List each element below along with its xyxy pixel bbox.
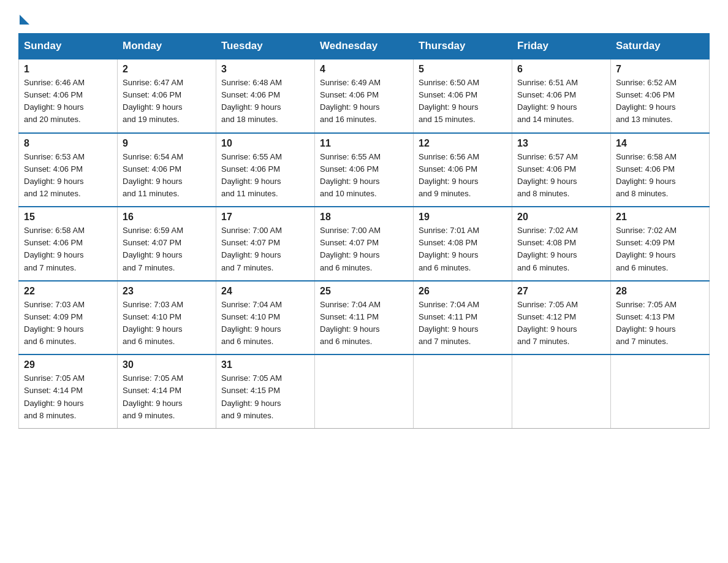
- calendar-cell: 13Sunrise: 6:57 AMSunset: 4:06 PMDayligh…: [512, 133, 611, 207]
- calendar-cell: 25Sunrise: 7:04 AMSunset: 4:11 PMDayligh…: [315, 281, 414, 355]
- day-info: Sunrise: 7:05 AMSunset: 4:14 PMDaylight:…: [24, 373, 85, 419]
- calendar-cell: 2Sunrise: 6:47 AMSunset: 4:06 PMDaylight…: [118, 59, 216, 133]
- calendar-cell: 24Sunrise: 7:04 AMSunset: 4:10 PMDayligh…: [216, 281, 315, 355]
- calendar-cell: 27Sunrise: 7:05 AMSunset: 4:12 PMDayligh…: [512, 281, 611, 355]
- day-info: Sunrise: 7:02 AMSunset: 4:09 PMDaylight:…: [616, 226, 677, 272]
- day-number: 4: [320, 64, 408, 75]
- calendar-cell: 30Sunrise: 7:05 AMSunset: 4:14 PMDayligh…: [118, 354, 216, 428]
- day-number: 7: [616, 64, 704, 75]
- weekday-header-saturday: Saturday: [611, 34, 710, 59]
- calendar-cell: 4Sunrise: 6:49 AMSunset: 4:06 PMDaylight…: [315, 59, 414, 133]
- day-number: 10: [221, 138, 309, 149]
- day-info: Sunrise: 7:05 AMSunset: 4:14 PMDaylight:…: [123, 373, 183, 419]
- day-number: 8: [24, 138, 112, 149]
- day-number: 6: [517, 64, 605, 75]
- calendar-cell: 18Sunrise: 7:00 AMSunset: 4:07 PMDayligh…: [315, 207, 414, 281]
- day-number: 22: [24, 286, 112, 297]
- calendar-header: SundayMondayTuesdayWednesdayThursdayFrid…: [19, 34, 710, 59]
- calendar-cell: 1Sunrise: 6:46 AMSunset: 4:06 PMDaylight…: [19, 59, 118, 133]
- day-number: 25: [320, 286, 408, 297]
- day-info: Sunrise: 6:47 AMSunset: 4:06 PMDaylight:…: [123, 78, 183, 124]
- day-number: 23: [123, 286, 211, 297]
- day-number: 15: [24, 212, 112, 223]
- calendar-week-3: 15Sunrise: 6:58 AMSunset: 4:06 PMDayligh…: [19, 207, 710, 281]
- day-number: 2: [123, 64, 211, 75]
- day-number: 3: [221, 64, 309, 75]
- day-number: 26: [419, 286, 507, 297]
- day-number: 13: [517, 138, 605, 149]
- calendar-cell: 16Sunrise: 6:59 AMSunset: 4:07 PMDayligh…: [118, 207, 216, 281]
- day-info: Sunrise: 7:03 AMSunset: 4:09 PMDaylight:…: [24, 300, 85, 346]
- calendar-cell: [315, 354, 414, 428]
- day-info: Sunrise: 7:02 AMSunset: 4:08 PMDaylight:…: [517, 226, 578, 272]
- weekday-header-tuesday: Tuesday: [216, 34, 315, 59]
- day-number: 19: [419, 212, 507, 223]
- calendar-cell: 9Sunrise: 6:54 AMSunset: 4:06 PMDaylight…: [118, 133, 216, 207]
- weekday-header-thursday: Thursday: [414, 34, 512, 59]
- calendar-cell: 12Sunrise: 6:56 AMSunset: 4:06 PMDayligh…: [414, 133, 512, 207]
- day-number: 28: [616, 286, 704, 297]
- calendar-body: 1Sunrise: 6:46 AMSunset: 4:06 PMDaylight…: [19, 59, 710, 428]
- day-number: 5: [419, 64, 507, 75]
- day-info: Sunrise: 6:56 AMSunset: 4:06 PMDaylight:…: [419, 152, 479, 198]
- calendar-cell: 3Sunrise: 6:48 AMSunset: 4:06 PMDaylight…: [216, 59, 315, 133]
- day-number: 27: [517, 286, 605, 297]
- day-number: 30: [123, 359, 211, 370]
- day-number: 24: [221, 286, 309, 297]
- day-info: Sunrise: 6:58 AMSunset: 4:06 PMDaylight:…: [616, 152, 677, 198]
- day-info: Sunrise: 6:59 AMSunset: 4:07 PMDaylight:…: [123, 226, 183, 272]
- calendar-week-1: 1Sunrise: 6:46 AMSunset: 4:06 PMDaylight…: [19, 59, 710, 133]
- day-number: 9: [123, 138, 211, 149]
- day-info: Sunrise: 7:05 AMSunset: 4:15 PMDaylight:…: [221, 373, 282, 419]
- calendar-cell: [414, 354, 512, 428]
- calendar-cell: 14Sunrise: 6:58 AMSunset: 4:06 PMDayligh…: [611, 133, 710, 207]
- page-header: [18, 12, 710, 22]
- day-number: 21: [616, 212, 704, 223]
- weekday-header-sunday: Sunday: [19, 34, 118, 59]
- day-number: 1: [24, 64, 112, 75]
- day-info: Sunrise: 6:52 AMSunset: 4:06 PMDaylight:…: [616, 78, 677, 124]
- day-info: Sunrise: 7:00 AMSunset: 4:07 PMDaylight:…: [320, 226, 381, 272]
- calendar-cell: 19Sunrise: 7:01 AMSunset: 4:08 PMDayligh…: [414, 207, 512, 281]
- weekday-header-monday: Monday: [118, 34, 216, 59]
- day-number: 16: [123, 212, 211, 223]
- calendar-cell: 23Sunrise: 7:03 AMSunset: 4:10 PMDayligh…: [118, 281, 216, 355]
- calendar-cell: 7Sunrise: 6:52 AMSunset: 4:06 PMDaylight…: [611, 59, 710, 133]
- calendar-cell: 17Sunrise: 7:00 AMSunset: 4:07 PMDayligh…: [216, 207, 315, 281]
- day-info: Sunrise: 6:58 AMSunset: 4:06 PMDaylight:…: [24, 226, 85, 272]
- calendar-table: SundayMondayTuesdayWednesdayThursdayFrid…: [18, 33, 710, 429]
- calendar-cell: 15Sunrise: 6:58 AMSunset: 4:06 PMDayligh…: [19, 207, 118, 281]
- day-info: Sunrise: 6:54 AMSunset: 4:06 PMDaylight:…: [123, 152, 183, 198]
- day-info: Sunrise: 7:04 AMSunset: 4:11 PMDaylight:…: [320, 300, 381, 346]
- calendar-cell: 26Sunrise: 7:04 AMSunset: 4:11 PMDayligh…: [414, 281, 512, 355]
- calendar-cell: 11Sunrise: 6:55 AMSunset: 4:06 PMDayligh…: [315, 133, 414, 207]
- day-info: Sunrise: 7:01 AMSunset: 4:08 PMDaylight:…: [419, 226, 479, 272]
- calendar-cell: 5Sunrise: 6:50 AMSunset: 4:06 PMDaylight…: [414, 59, 512, 133]
- day-info: Sunrise: 6:51 AMSunset: 4:06 PMDaylight:…: [517, 78, 578, 124]
- day-info: Sunrise: 7:00 AMSunset: 4:07 PMDaylight:…: [221, 226, 282, 272]
- logo-top: [18, 12, 29, 25]
- calendar-cell: [512, 354, 611, 428]
- weekday-header-row: SundayMondayTuesdayWednesdayThursdayFrid…: [19, 34, 710, 59]
- calendar-cell: 10Sunrise: 6:55 AMSunset: 4:06 PMDayligh…: [216, 133, 315, 207]
- day-info: Sunrise: 6:46 AMSunset: 4:06 PMDaylight:…: [24, 78, 85, 124]
- day-info: Sunrise: 6:50 AMSunset: 4:06 PMDaylight:…: [419, 78, 479, 124]
- day-number: 29: [24, 359, 112, 370]
- calendar-cell: 29Sunrise: 7:05 AMSunset: 4:14 PMDayligh…: [19, 354, 118, 428]
- day-info: Sunrise: 6:55 AMSunset: 4:06 PMDaylight:…: [221, 152, 282, 198]
- calendar-cell: 28Sunrise: 7:05 AMSunset: 4:13 PMDayligh…: [611, 281, 710, 355]
- day-info: Sunrise: 6:49 AMSunset: 4:06 PMDaylight:…: [320, 78, 381, 124]
- calendar-cell: 8Sunrise: 6:53 AMSunset: 4:06 PMDaylight…: [19, 133, 118, 207]
- calendar-week-5: 29Sunrise: 7:05 AMSunset: 4:14 PMDayligh…: [19, 354, 710, 428]
- calendar-cell: 31Sunrise: 7:05 AMSunset: 4:15 PMDayligh…: [216, 354, 315, 428]
- day-info: Sunrise: 7:04 AMSunset: 4:10 PMDaylight:…: [221, 300, 282, 346]
- calendar-cell: 20Sunrise: 7:02 AMSunset: 4:08 PMDayligh…: [512, 207, 611, 281]
- day-number: 31: [221, 359, 309, 370]
- weekday-header-wednesday: Wednesday: [315, 34, 414, 59]
- logo-arrow-icon: [20, 15, 29, 25]
- calendar-cell: 21Sunrise: 7:02 AMSunset: 4:09 PMDayligh…: [611, 207, 710, 281]
- day-info: Sunrise: 6:53 AMSunset: 4:06 PMDaylight:…: [24, 152, 85, 198]
- day-info: Sunrise: 6:48 AMSunset: 4:06 PMDaylight:…: [221, 78, 282, 124]
- day-number: 18: [320, 212, 408, 223]
- day-info: Sunrise: 7:04 AMSunset: 4:11 PMDaylight:…: [419, 300, 479, 346]
